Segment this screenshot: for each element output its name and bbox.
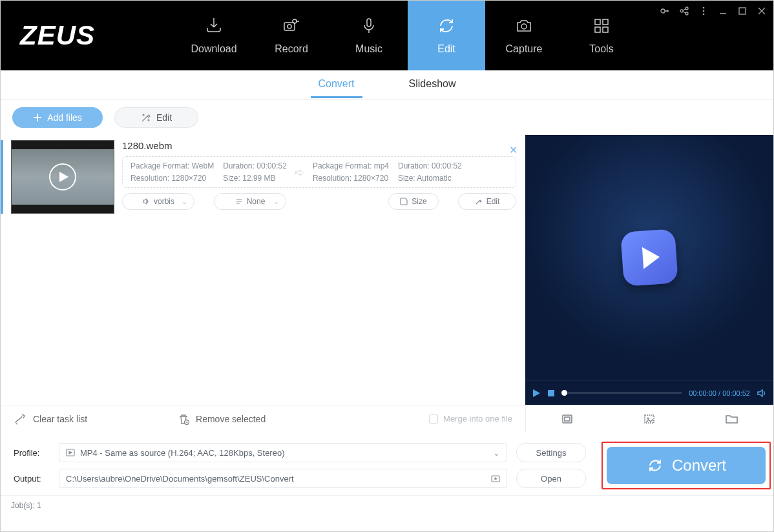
remove-selected-button[interactable]: Remove selected [178, 413, 266, 425]
folder-icon[interactable] [725, 413, 739, 425]
camera-icon [282, 16, 301, 36]
toolbar: Add files Edit [1, 100, 773, 135]
edit-label: Edit [156, 112, 172, 123]
add-files-button[interactable]: Add files [12, 107, 103, 128]
share-icon[interactable] [679, 6, 689, 16]
arrow-icon: ➪ [287, 165, 313, 179]
svg-rect-16 [739, 8, 746, 14]
dst-dur: 00:00:52 [432, 161, 462, 170]
download-icon [204, 16, 224, 36]
profile-select[interactable]: MP4 - Same as source (H.264; AAC, 128Kbp… [59, 443, 507, 462]
src-res: 1280×720 [171, 174, 206, 183]
play-button[interactable] [532, 389, 541, 398]
profile-label: Profile: [14, 448, 50, 458]
svg-point-9 [661, 9, 665, 13]
grid-icon [592, 16, 611, 36]
src-dur: 00:00:52 [256, 161, 287, 170]
nav-capture[interactable]: Capture [485, 1, 563, 70]
svg-rect-5 [595, 19, 600, 25]
file-thumbnail[interactable] [11, 140, 114, 214]
highlight-frame: Convert [601, 442, 771, 489]
preview-play-icon [620, 229, 678, 287]
dst-size: Automatic [417, 174, 451, 183]
file-name: 1280.webm [122, 140, 516, 151]
chevron-down-icon: ⌄ [273, 198, 279, 206]
convert-button[interactable]: Convert [607, 447, 766, 484]
svg-point-14 [703, 10, 705, 12]
camera-capture-icon [514, 16, 534, 36]
svg-rect-0 [284, 23, 295, 30]
svg-point-18 [148, 119, 149, 121]
seek-bar[interactable] [561, 392, 682, 394]
app-logo: ZEUS [1, 1, 175, 70]
content: 1280.webm Package Format: WebM Resolutio… [1, 135, 773, 405]
edit-button[interactable]: Edit [114, 107, 198, 128]
settings-label: Settings [536, 448, 567, 458]
svg-rect-19 [548, 390, 554, 396]
nav-capture-label: Capture [506, 43, 543, 55]
close-icon[interactable] [757, 6, 767, 16]
jobs-count: 1 [37, 501, 41, 510]
convert-container: Convert [599, 442, 773, 489]
seek-handle[interactable] [561, 390, 567, 396]
svg-point-4 [521, 24, 527, 29]
src-size-label: Size: [223, 174, 240, 183]
nav-tools[interactable]: Tools [563, 1, 640, 70]
snapshot-icon[interactable] [643, 413, 656, 425]
remove-file-icon[interactable]: ✕ [509, 144, 518, 156]
clear-task-list-button[interactable]: Clear task list [14, 413, 87, 425]
svg-point-10 [680, 10, 683, 12]
stop-button[interactable] [547, 389, 555, 397]
nav-edit[interactable]: Edit [408, 1, 485, 70]
menu-icon[interactable] [698, 6, 709, 16]
svg-rect-6 [603, 19, 608, 25]
preview-canvas[interactable] [525, 135, 773, 380]
profile-row: Profile: MP4 - Same as source (H.264; AA… [1, 440, 599, 466]
save-to-icon[interactable] [491, 474, 500, 483]
preview-tools [525, 405, 773, 433]
jobs-label: Job(s): [11, 501, 35, 510]
size-label: Size [412, 197, 426, 206]
svg-point-17 [143, 114, 144, 116]
clear-task-label: Clear task list [33, 414, 87, 424]
app-name: ZEUS [20, 20, 95, 51]
subtabs: Convert Slideshow [1, 70, 773, 100]
open-button[interactable]: Open [516, 469, 586, 488]
svg-point-13 [703, 7, 705, 9]
settings-button[interactable]: Settings [516, 443, 586, 462]
output-row: Output: C:\Users\aubre\OneDrive\Document… [1, 466, 599, 491]
size-button[interactable]: Size [388, 193, 439, 210]
dst-dur-label: Duration: [398, 161, 430, 170]
svg-rect-22 [565, 417, 570, 421]
svg-point-12 [685, 12, 688, 15]
file-edit-button[interactable]: Edit [458, 193, 516, 210]
volume-icon[interactable] [757, 388, 767, 398]
minimize-icon[interactable] [718, 6, 728, 16]
audio-codec-select[interactable]: vorbis ⌄ [122, 193, 194, 210]
nav-download[interactable]: Download [175, 1, 253, 70]
nav-record[interactable]: Record [253, 1, 330, 70]
key-icon[interactable] [660, 6, 670, 16]
tab-slideshow[interactable]: Slideshow [401, 72, 464, 98]
src-format-label: Package Format: [131, 161, 189, 170]
window-controls [660, 6, 767, 16]
add-files-label: Add files [47, 112, 82, 123]
merge-checkbox[interactable]: Merge into one file [429, 414, 525, 424]
maximize-icon[interactable] [737, 6, 748, 16]
nav-edit-label: Edit [437, 43, 455, 55]
file-row[interactable]: 1280.webm Package Format: WebM Resolutio… [1, 135, 525, 223]
svg-point-15 [703, 14, 705, 15]
file-meta: Package Format: WebM Resolution: 1280×72… [122, 156, 516, 188]
output-value: C:\Users\aubre\OneDrive\Documents\gemsof… [66, 474, 294, 484]
nav-music[interactable]: Music [330, 1, 408, 70]
output-field[interactable]: C:\Users\aubre\OneDrive\Documents\gemsof… [59, 469, 507, 488]
file-edit-label: Edit [486, 197, 500, 206]
nav-download-label: Download [191, 43, 236, 55]
microphone-icon [359, 16, 379, 36]
timecode: 00:00:00 / 00:00:52 [689, 389, 750, 397]
subtitle-select[interactable]: None ⌄ [214, 193, 286, 210]
preview-panel: 00:00:00 / 00:00:52 [525, 135, 773, 405]
convert-label: Convert [672, 456, 726, 475]
tab-convert[interactable]: Convert [311, 72, 362, 98]
fullscreen-icon[interactable] [561, 413, 574, 425]
